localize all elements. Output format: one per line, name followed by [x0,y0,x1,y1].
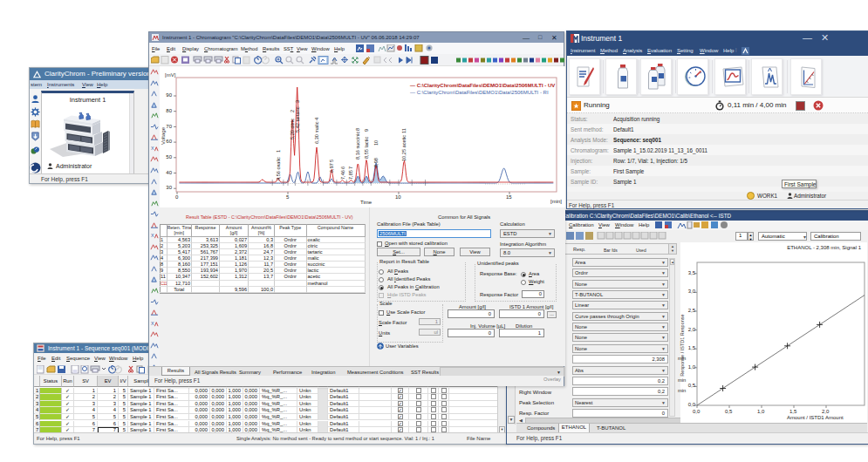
svg-text:Χ: Χ [151,234,154,239]
svg-text:1: 1 [276,150,281,153]
svg-text:11: 11 [401,128,407,133]
svg-text:10: 10 [373,140,379,146]
svg-text:8,98: 8,98 [373,158,379,167]
svg-text:4,56 oxalic: 4,56 oxalic [276,157,281,180]
svg-text:3: 3 [295,100,300,103]
svg-text:6: 6 [340,166,345,169]
svg-text:6,30 malic: 6,30 malic [314,121,319,144]
svg-text:Χ: Χ [151,321,154,326]
svg-text:Χ: Χ [151,146,154,151]
svg-text:7,46: 7,46 [340,170,345,180]
svg-text:8,16 succinic: 8,16 succinic [355,131,360,160]
svg-text:5,42 tartaric: 5,42 tartaric [295,106,300,132]
svg-text:7,85: 7,85 [348,170,353,180]
svg-text:8: 8 [355,128,360,131]
svg-text:7: 7 [348,166,353,169]
svg-text:4: 4 [314,118,319,120]
svg-text:6,97: 6,97 [329,163,334,173]
svg-text:9: 9 [364,129,369,132]
svg-text:5: 5 [329,160,334,162]
svg-text:10,25 acetic: 10,25 acetic [401,135,407,161]
svg-text:8,55 lactic: 8,55 lactic [364,137,369,159]
